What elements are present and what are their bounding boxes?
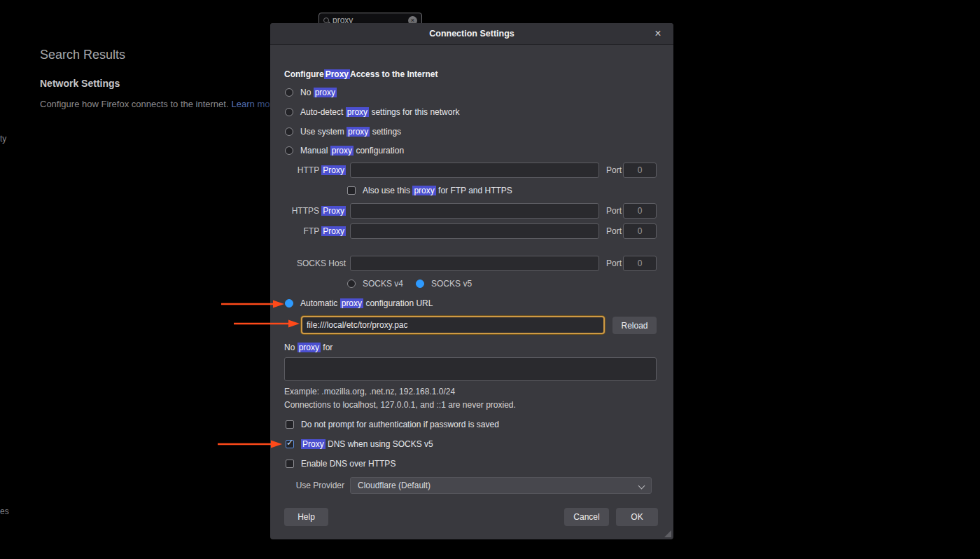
annotation-arrow-auto-url-radio [220,299,284,309]
checkbox-no-prompt-auth[interactable] [286,420,294,429]
radio-row-system-proxy[interactable]: Use system proxy settings [285,126,688,137]
sidebar-label-fragment-top: ty [0,134,6,144]
socks-host-input[interactable] [350,256,599,271]
socks-port-input[interactable] [623,256,657,271]
resize-grip-icon[interactable] [664,530,671,537]
radio-socks-v5[interactable] [416,280,424,288]
connection-settings-dialog: Connection Settings × Configure Proxy Ac… [270,23,673,539]
auto-url-row: Reload [270,316,673,334]
checkbox-row-proxy-dns[interactable]: ✓ Proxy DNS when using SOCKS v5 [286,439,689,450]
checkbox-row-dns-https[interactable]: Enable DNS over HTTPS [286,458,689,469]
no-proxy-for-row [270,357,673,381]
label-auto-url: Automatic proxy configuration URL [300,298,433,308]
https-proxy-input[interactable] [350,203,599,219]
checkbox-proxy-dns[interactable]: ✓ [286,440,294,448]
heading-pre: Configure [284,69,324,79]
chevron-down-icon [638,483,645,490]
reload-button[interactable]: Reload [612,317,657,334]
dialog-heading: Configure Proxy Access to the Internet [284,69,687,80]
label-socks-v5: SOCKS v5 [431,279,472,289]
no-proxy-for-input[interactable] [284,357,657,381]
https-proxy-row: HTTPS Proxy Port [270,202,673,219]
radio-row-auto-url[interactable]: Automatic proxy configuration URL [285,298,688,309]
socks-host-row: SOCKS Host Port [270,255,673,272]
https-port-input[interactable] [623,203,657,219]
heading-post: Access to the Internet [350,69,438,79]
radio-socks-v4[interactable] [347,280,356,288]
radio-auto-url[interactable] [285,299,293,308]
annotation-arrow-url-input [232,319,300,329]
auto-url-input[interactable] [301,316,605,334]
https-proxy-label: HTTPS Proxy [270,202,346,219]
checkbox-dns-https[interactable] [286,460,294,468]
search-results-title: Search Results [40,48,125,62]
radio-no-proxy[interactable] [285,88,293,97]
ftp-port-label: Port [606,223,622,240]
radio-row-no-proxy[interactable]: No proxy [285,87,688,98]
http-proxy-label: HTTP Proxy [270,162,346,179]
label-proxy-dns: Proxy DNS when using SOCKS v5 [301,439,433,449]
label-no-proxy: No proxy [300,88,337,97]
no-proxy-for-label: No proxy for [284,342,687,353]
radio-system-proxy[interactable] [285,127,293,136]
ftp-proxy-label: FTP Proxy [270,223,346,240]
radio-manual-proxy[interactable] [285,146,293,155]
ftp-proxy-input[interactable] [350,223,599,239]
dialog-titlebar: Connection Settings × [270,23,673,45]
cancel-button[interactable]: Cancel [564,508,609,526]
socks-version-row: SOCKS v4 SOCKS v5 [347,278,750,289]
label-also-use-proxy: Also use this proxy for FTP and HTTPS [363,186,512,195]
network-settings-description: Configure how Firefox connects to the in… [40,99,273,109]
radio-auto-detect[interactable] [285,108,293,116]
http-proxy-row: HTTP Proxy Port [270,162,673,179]
learn-more-link[interactable]: Learn mor [232,99,273,109]
ok-button[interactable]: OK [616,508,658,526]
description-text: Configure how Firefox connects to the in… [40,99,229,109]
label-no-prompt-auth: Do not prompt for authentication if pass… [301,420,499,429]
ftp-port-input[interactable] [623,223,657,239]
network-settings-title: Network Settings [40,78,120,89]
socks-port-label: Port [606,255,622,272]
ftp-proxy-row: FTP Proxy Port [270,223,673,240]
use-provider-label: Use Provider [270,477,344,494]
label-socks-v4: SOCKS v4 [363,279,403,289]
dialog-footer: Help Cancel OK [270,508,673,526]
checkbox-row-no-prompt-auth[interactable]: Do not prompt for authentication if pass… [286,419,689,430]
example-line: Example: .mozilla.org, .net.nz, 192.168.… [284,386,687,397]
label-system-proxy: Use system proxy settings [300,127,401,137]
label-dns-https: Enable DNS over HTTPS [301,459,396,469]
annotation-arrow-proxy-dns [216,439,282,449]
sidebar-label-fragment-bottom: es [0,506,9,516]
provider-row: Use Provider Cloudflare (Default) [270,477,673,494]
help-button[interactable]: Help [284,508,328,526]
radio-row-manual-proxy[interactable]: Manual proxy configuration [285,145,688,156]
close-icon[interactable]: × [650,23,666,45]
provider-dropdown[interactable]: Cloudflare (Default) [350,477,652,494]
label-manual-proxy: Manual proxy configuration [300,146,404,156]
heading-highlight: Proxy [324,69,350,79]
checkmark-icon: ✓ [286,438,293,448]
search-icon [323,18,329,23]
https-port-label: Port [606,202,622,219]
http-proxy-input[interactable] [350,163,599,178]
provider-value: Cloudflare (Default) [358,481,430,490]
radio-row-auto-detect[interactable]: Auto-detect proxy settings for this netw… [285,106,688,118]
label-auto-detect: Auto-detect proxy settings for this netw… [300,107,459,117]
socks-host-label: SOCKS Host [270,255,346,272]
http-port-label: Port [606,162,622,179]
also-use-proxy-row[interactable]: Also use this proxy for FTP and HTTPS [347,185,750,196]
checkbox-also-use-proxy[interactable] [347,186,356,195]
dialog-title: Connection Settings [270,23,673,45]
localhost-note: Connections to localhost, 127.0.0.1, and… [284,399,687,410]
http-port-input[interactable] [623,163,657,178]
